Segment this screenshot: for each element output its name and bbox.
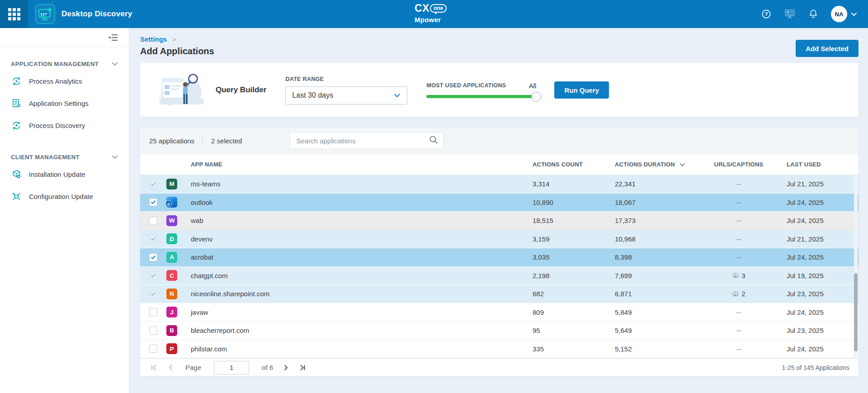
table-row[interactable]: M ms-teams 3,314 22,341 -- Jul 21, 2025 [140,175,859,194]
table-row[interactable]: P philstar.com 335 5,152 -- Jul 24, 2025 [140,340,859,359]
table-row[interactable]: N niceonline.sharepoint.com 682 6,871 2 … [140,285,859,303]
chevron-down-icon [394,93,401,98]
last-used-value: Jul 23, 2025 [777,327,859,334]
table-row[interactable]: D devenv 3,159 10,968 -- Jul 21, 2025 [140,230,859,249]
pagination: Page of 6 1-25 of 145 Applications [140,358,859,376]
date-range-label: DATE RANGE [285,76,407,82]
section-client-management[interactable]: CLIENT MANAGEMENT [0,154,129,161]
last-used-value: Jul 21, 2025 [777,235,859,243]
row-checkbox[interactable] [149,308,157,316]
sidebar-item-label: Application Settings [29,99,89,107]
chevron-down-icon [112,62,118,66]
sidebar-collapse-button[interactable] [108,34,118,41]
column-header-actions-duration[interactable]: ACTIONS DURATION [615,161,701,168]
app-name: chatgpt.com [185,272,533,279]
table-row[interactable]: B bleacherreport.com 95 5,649 -- Jul 23,… [140,322,859,340]
section-application-management[interactable]: APPLICATION MANAGEMENT [0,61,129,67]
app-icon: B [166,325,177,336]
row-checkbox[interactable] [149,345,157,353]
add-selected-button[interactable]: Add Selected [796,40,859,57]
next-page-button[interactable] [281,363,291,373]
sidebar-item-installation-update[interactable]: Installation Update [0,163,129,185]
user-menu[interactable]: NA [831,6,857,22]
column-header-last-used[interactable]: LAST USED [777,161,859,168]
page-number-input[interactable] [214,361,249,374]
column-header-urls-captions[interactable]: URLS/CAPTIONS [701,161,777,168]
actions-duration-value: 8,398 [615,253,701,261]
query-builder-illustration [158,68,206,112]
table-body: M ms-teams 3,314 22,341 -- Jul 21, 2025 … [140,175,859,358]
row-checkbox[interactable] [149,198,157,206]
date-range-select[interactable]: Last 30 days [285,86,407,104]
main-content: Settings > Add Applications Add Selected [129,28,868,393]
first-page-button [149,363,159,373]
urls-captions-value: -- [701,217,777,224]
most-used-applications-label: MOST USED APPLICATIONS [426,82,506,89]
table-row[interactable]: W wab 18,515 17,373 -- Jul 24, 2025 [140,212,859,230]
urls-captions-value: -- [701,345,777,353]
desktop-discovery-app: Desktop Discovery CX one Mpower ? [0,0,868,393]
column-header-actions-count[interactable]: ACTIONS COUNT [533,161,615,168]
actions-duration-value: 22,341 [615,180,701,188]
section-label: CLIENT MANAGEMENT [11,154,80,161]
last-page-button[interactable] [297,363,307,373]
breadcrumb: Settings > [140,35,214,43]
results-range-label: 1-25 of 145 Applications [782,364,849,371]
installation-update-icon [11,169,22,180]
column-header-app-name[interactable]: APP NAME [185,161,533,168]
urls-captions-value: -- [701,235,777,243]
table-row[interactable]: J javaw 809 5,849 -- Jul 24, 2025 [140,303,859,322]
table-scrollbar-track[interactable] [854,175,858,358]
brand-mpower: Mpower [415,16,453,23]
topbar: Desktop Discovery CX one Mpower ? [0,0,868,28]
table-row[interactable]: A acrobat 3,035 8,398 -- Jul 24, 2025 [140,248,859,267]
desktop-discovery-logo-icon [35,4,55,24]
sidebar-item-label: Installation Update [29,170,85,178]
row-checkbox [149,235,157,243]
app-icon: W [166,215,177,226]
actions-count-value: 682 [533,290,615,298]
brand-cx: CX [415,3,429,14]
last-used-value: Jul 24, 2025 [777,217,859,224]
urls-captions-value: -- [701,327,777,334]
search-input[interactable] [290,132,443,149]
notifications-button[interactable] [807,8,819,20]
actions-count-value: 95 [533,327,615,334]
actions-count-value: 3,314 [533,180,615,188]
run-query-button[interactable]: Run Query [554,81,609,99]
urls-captions-value: 3 [701,272,777,279]
sidebar: APPLICATION MANAGEMENT Process Analytics [0,28,129,393]
collapse-sidebar-icon [108,34,118,41]
chevron-down-icon [112,155,118,159]
topbar-actions: ? [760,6,868,22]
urls-captions-value: -- [701,180,777,188]
urls-captions-value: -- [701,308,777,316]
app-launcher-button[interactable] [0,0,28,28]
sidebar-item-configuration-update[interactable]: Configuration Update [0,185,129,208]
breadcrumb-settings-link[interactable]: Settings [140,35,167,43]
sidebar-item-label: Process Discovery [29,122,85,129]
most-used-slider-thumb[interactable] [531,92,541,102]
table-row[interactable]: C chatgpt.com 2,198 7,699 3 Jul 19, 2025 [140,267,859,285]
sidebar-item-process-discovery[interactable]: Process Discovery [0,114,129,137]
row-checkbox[interactable] [149,253,157,261]
app-name: acrobat [185,253,533,261]
table-scrollbar-thumb[interactable] [854,273,858,351]
row-checkbox [149,180,157,188]
last-used-value: Jul 19, 2025 [777,272,859,279]
process-discovery-icon [11,120,22,131]
sidebar-item-application-settings[interactable]: Application Settings [0,92,129,114]
row-checkbox[interactable] [149,327,157,335]
help-icon: ? [761,9,772,19]
help-button[interactable]: ? [760,8,772,20]
row-checkbox[interactable] [149,217,157,225]
previous-page-button [165,363,175,373]
presentation-button[interactable] [784,8,796,20]
toolbar-divider [203,135,203,147]
sidebar-item-process-analytics[interactable]: Process Analytics [0,70,129,92]
actions-duration-value: 6,871 [615,290,701,298]
most-used-slider-track[interactable] [426,95,537,98]
actions-duration-value: 5,849 [615,308,701,316]
table-row[interactable]: o outlook 10,890 18,067 -- Jul 24, 2025 [140,194,859,212]
app-name: bleacherreport.com [185,327,533,334]
